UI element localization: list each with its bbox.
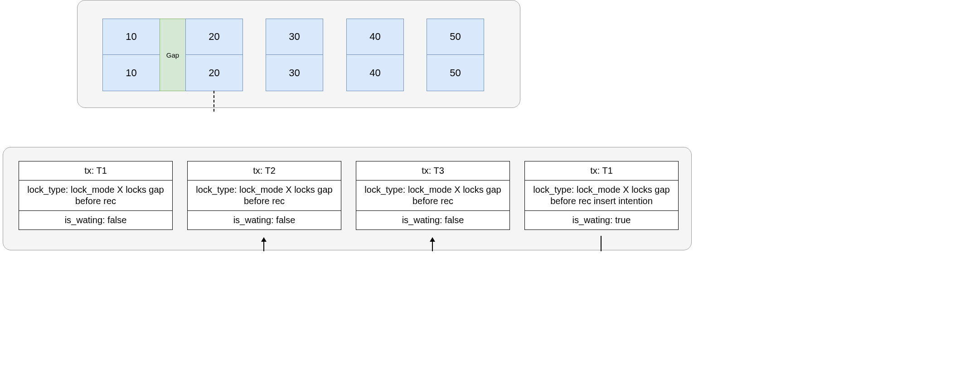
- lock-type: lock_type: lock_mode X locks gap before …: [356, 181, 509, 211]
- record-column: 30 30: [266, 19, 323, 91]
- record-column: 10 10: [102, 19, 160, 91]
- record-column: 20 20: [185, 19, 243, 91]
- record-cell: 40: [346, 19, 404, 55]
- lock-waiting: is_wating: false: [19, 211, 172, 229]
- lock-card: tx: T1 lock_type: lock_mode X locks gap …: [19, 161, 173, 230]
- connector-line: [601, 236, 602, 251]
- records-panel: 10 10 Gap 20 20 30 30 40 40 50 50: [77, 0, 520, 108]
- record-cell: 50: [427, 19, 484, 55]
- lock-tx: tx: T1: [525, 161, 678, 181]
- record-cell: 30: [266, 19, 323, 55]
- lock-tx: tx: T1: [19, 161, 172, 181]
- lock-card: tx: T1 lock_type: lock_mode X locks gap …: [524, 161, 679, 230]
- record-cell: 50: [427, 55, 484, 91]
- lock-waiting: is_wating: false: [188, 211, 341, 229]
- lock-type: lock_type: lock_mode X locks gap before …: [19, 181, 172, 211]
- lock-waiting: is_wating: true: [525, 211, 678, 229]
- lock-card: tx: T3 lock_type: lock_mode X locks gap …: [356, 161, 510, 230]
- lock-card: tx: T2 lock_type: lock_mode X locks gap …: [187, 161, 341, 230]
- lock-waiting: is_wating: false: [356, 211, 509, 229]
- record-column: 40 40: [346, 19, 404, 91]
- lock-tx: tx: T2: [188, 161, 341, 181]
- record-column: 50 50: [427, 19, 484, 91]
- lock-type: lock_type: lock_mode X locks gap before …: [525, 181, 678, 211]
- record-cell: 20: [185, 19, 243, 55]
- record-cell: 40: [346, 55, 404, 91]
- record-cell: 30: [266, 55, 323, 91]
- lock-tx: tx: T3: [356, 161, 509, 181]
- locks-panel: tx: T1 lock_type: lock_mode X locks gap …: [3, 147, 692, 250]
- gap-box: Gap: [160, 19, 186, 91]
- record-cell: 10: [102, 55, 160, 91]
- dashed-connector: [213, 91, 214, 112]
- lock-type: lock_type: lock_mode X locks gap before …: [188, 181, 341, 211]
- record-cell: 10: [102, 19, 160, 55]
- arrow-up-icon: [432, 238, 433, 251]
- arrow-up-icon: [263, 238, 264, 251]
- record-cell: 20: [185, 55, 243, 91]
